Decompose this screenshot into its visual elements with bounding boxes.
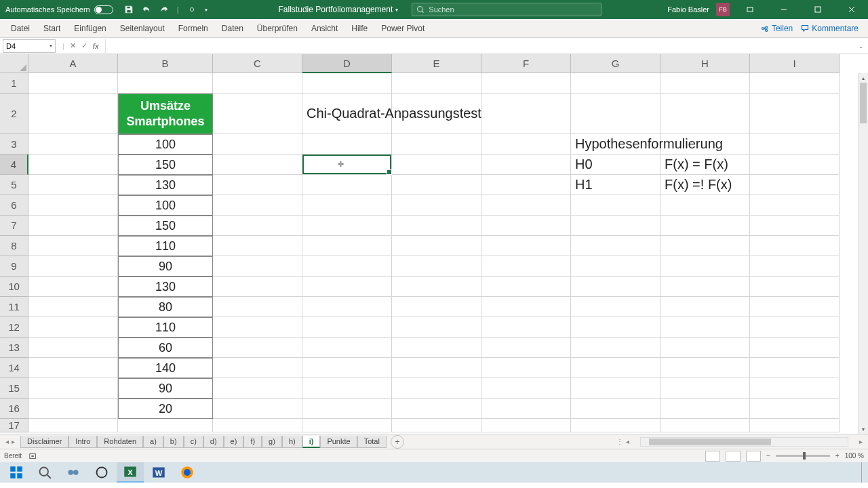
cell-C14[interactable] (213, 358, 302, 378)
row-header-3[interactable]: 3 (0, 134, 28, 155)
sheet-tab-g[interactable]: g) (262, 436, 282, 448)
cell-G16[interactable] (571, 399, 660, 419)
sheet-tab-a[interactable]: a) (143, 436, 163, 448)
cell-G8[interactable] (571, 236, 660, 256)
hscroll-right[interactable]: ▸ (854, 438, 868, 445)
cell-A3[interactable] (28, 134, 118, 155)
cell-D5[interactable] (302, 175, 392, 195)
cell-H14[interactable] (660, 358, 750, 378)
cell-I17[interactable] (750, 419, 840, 432)
cell-B2[interactable]: Umsätze Smartphones (118, 94, 213, 134)
sheet-tab-total[interactable]: Total (357, 436, 387, 448)
hscroll-left[interactable]: ⋮◂ (611, 438, 635, 445)
user-avatar[interactable]: FB (716, 3, 730, 16)
cell-F3[interactable] (481, 134, 571, 155)
cell-G12[interactable] (571, 317, 660, 338)
cell-D3[interactable] (302, 134, 392, 155)
touch-mode-icon[interactable] (187, 5, 197, 14)
cell-A2[interactable] (28, 94, 118, 134)
row-header-10[interactable]: 10 (0, 277, 28, 297)
cell-I14[interactable] (750, 358, 840, 378)
zoom-level[interactable]: 100 % (845, 452, 864, 460)
cell-F1[interactable] (481, 73, 571, 94)
ribbon-tab-power pivot[interactable]: Power Pivot (374, 24, 431, 33)
view-page-layout-button[interactable] (726, 451, 741, 462)
cell-F8[interactable] (481, 236, 571, 256)
cell-F7[interactable] (481, 216, 571, 236)
cell-H11[interactable] (660, 297, 750, 317)
row-header-4[interactable]: 4 (0, 155, 28, 175)
cell-G7[interactable] (571, 216, 660, 236)
cell-E13[interactable] (392, 338, 481, 358)
cell-B7[interactable]: 150 (118, 216, 213, 236)
cell-B17[interactable] (118, 419, 213, 432)
cell-C15[interactable] (213, 378, 302, 399)
accept-formula-icon[interactable]: ✓ (81, 41, 87, 50)
fx-icon[interactable]: fx (93, 42, 99, 50)
cell-A15[interactable] (28, 378, 118, 399)
macro-record-icon[interactable] (28, 451, 38, 461)
cell-H15[interactable] (660, 378, 750, 399)
row-header-7[interactable]: 7 (0, 216, 28, 236)
cell-C11[interactable] (213, 297, 302, 317)
cell-A1[interactable] (28, 73, 118, 94)
sheet-tab-punkte[interactable]: Punkte (320, 436, 357, 448)
cell-F17[interactable] (481, 419, 571, 432)
sheet-tab-f[interactable]: f) (243, 436, 262, 448)
sheet-tab-h[interactable]: h) (282, 436, 302, 448)
cell-C17[interactable] (213, 419, 302, 432)
sheet-tab-b[interactable]: b) (163, 436, 184, 448)
cell-F11[interactable] (481, 297, 571, 317)
cell-I5[interactable] (750, 175, 840, 195)
cell-D13[interactable] (302, 338, 392, 358)
cell-B8[interactable]: 110 (118, 236, 213, 256)
cell-H10[interactable] (660, 277, 750, 297)
cell-E14[interactable] (392, 358, 481, 378)
toggle-switch[interactable] (94, 5, 113, 14)
ribbon-tab-daten[interactable]: Daten (215, 24, 250, 33)
cell-F15[interactable] (481, 378, 571, 399)
cell-I4[interactable] (750, 155, 840, 175)
cell-B3[interactable]: 100 (118, 134, 213, 155)
column-header-D[interactable]: D (302, 54, 392, 73)
cell-A17[interactable] (28, 419, 118, 432)
close-button[interactable] (838, 0, 865, 19)
cell-F12[interactable] (481, 317, 571, 338)
cell-G6[interactable] (571, 195, 660, 216)
cell-B5[interactable]: 130 (118, 175, 213, 195)
cell-I13[interactable] (750, 338, 840, 358)
cell-H1[interactable] (660, 73, 750, 94)
cell-I9[interactable] (750, 256, 840, 277)
column-header-E[interactable]: E (392, 54, 481, 73)
cell-B11[interactable]: 80 (118, 297, 213, 317)
cell-C16[interactable] (213, 399, 302, 419)
cell-D6[interactable] (302, 195, 392, 216)
search-box[interactable]: Suchen (412, 3, 601, 16)
cell-F13[interactable] (481, 338, 571, 358)
sheet-tab-rohdaten[interactable]: Rohdaten (97, 436, 143, 448)
name-box[interactable]: D4 ▾ (3, 39, 56, 53)
cell-I15[interactable] (750, 378, 840, 399)
cell-D14[interactable] (302, 358, 392, 378)
cell-I7[interactable] (750, 216, 840, 236)
column-header-H[interactable]: H (660, 54, 750, 73)
cell-F14[interactable] (481, 358, 571, 378)
cell-G14[interactable] (571, 358, 660, 378)
cell-B10[interactable]: 130 (118, 277, 213, 297)
cell-D16[interactable] (302, 399, 392, 419)
cell-D11[interactable] (302, 297, 392, 317)
cell-E4[interactable] (392, 155, 481, 175)
cell-H7[interactable] (660, 216, 750, 236)
cell-H12[interactable] (660, 317, 750, 338)
column-header-I[interactable]: I (750, 54, 840, 73)
cell-H5[interactable]: F(x) =! F(x) (660, 175, 750, 195)
zoom-slider[interactable] (776, 455, 830, 457)
cell-B1[interactable] (118, 73, 213, 94)
row-header-1[interactable]: 1 (0, 73, 28, 94)
cortana-button[interactable] (88, 462, 115, 483)
qat-dropdown-icon[interactable]: ▾ (205, 7, 208, 13)
cell-E17[interactable] (392, 419, 481, 432)
ribbon-tab-überprüfen[interactable]: Überprüfen (250, 24, 304, 33)
cell-E10[interactable] (392, 277, 481, 297)
cell-D4[interactable] (302, 155, 392, 175)
